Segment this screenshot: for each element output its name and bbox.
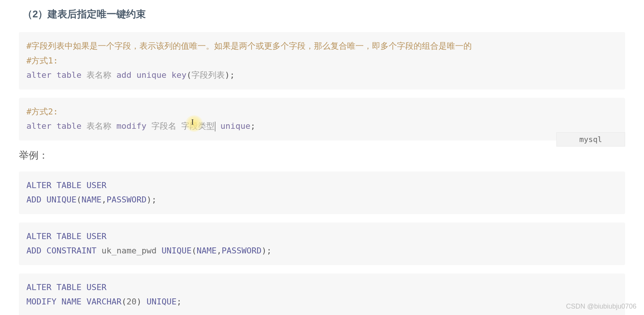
kw-modify: MODIFY <box>26 297 56 306</box>
kw-user: USER <box>86 181 107 190</box>
paren-close: ) <box>262 246 267 255</box>
col-password: PASSWORD <box>107 195 147 204</box>
example-heading: 举例： <box>19 149 625 162</box>
comment-line: #方式2: <box>26 107 58 116</box>
table-placeholder: 表名称 <box>86 70 111 80</box>
kw-user: USER <box>86 232 107 241</box>
code-block-method2: #方式2: alter table 表名称 modify 字段名 字段类型 un… <box>19 98 625 141</box>
col-password: PASSWORD <box>222 246 262 255</box>
code-block-example3: ALTER TABLE USER MODIFY NAME VARCHAR(20)… <box>19 273 625 315</box>
comma: , <box>216 246 221 255</box>
col-name: NAME <box>196 246 216 255</box>
kw-alter: alter <box>26 70 51 80</box>
kw-table: TABLE <box>56 232 81 241</box>
kw-alter: ALTER <box>26 232 51 241</box>
table-placeholder: 表名称 <box>86 121 111 131</box>
code-block-example1: ALTER TABLE USER ADD UNIQUE(NAME,PASSWOR… <box>19 171 625 214</box>
kw-table: TABLE <box>56 181 81 190</box>
paren-close: ) <box>147 195 151 204</box>
kw-alter: ALTER <box>26 181 51 190</box>
text-cursor <box>215 122 215 131</box>
col-name: NAME <box>82 195 102 204</box>
kw-table: table <box>56 70 81 80</box>
kw-alter: ALTER <box>26 283 51 292</box>
varchar-len: 20 <box>127 297 137 306</box>
kw-unique: UNIQUE <box>147 297 176 306</box>
paren-open: ( <box>122 297 127 306</box>
semicolon: ; <box>267 246 272 255</box>
kw-unique: unique <box>136 70 166 80</box>
kw-key: key <box>171 70 187 80</box>
section-heading: （2）建表后指定唯一键约束 <box>23 8 625 21</box>
comma: , <box>102 195 107 204</box>
semicolon: ; <box>230 70 235 80</box>
kw-constraint: CONSTRAINT <box>46 246 96 255</box>
semicolon: ; <box>250 121 255 131</box>
kw-add: ADD <box>26 246 42 255</box>
kw-varchar: VARCHAR <box>86 297 122 306</box>
fieldtype-placeholder: 字段类型 <box>181 121 215 131</box>
constraint-name: uk_name_pwd <box>102 246 157 255</box>
paren-open: ( <box>187 70 192 80</box>
kw-user: USER <box>86 283 107 292</box>
semicolon: ; <box>151 195 156 204</box>
kw-table: table <box>56 121 81 131</box>
paren-open: ( <box>192 246 196 255</box>
kw-add: ADD <box>26 195 42 204</box>
fieldlist-placeholder: 字段列表 <box>192 70 225 80</box>
semicolon: ; <box>176 297 181 306</box>
paren-close: ) <box>136 297 141 306</box>
kw-unique: unique <box>220 121 250 131</box>
fieldname-placeholder: 字段名 <box>151 121 176 131</box>
col-name: NAME <box>62 297 82 306</box>
kw-alter: alter <box>26 121 51 131</box>
watermark: CSDN @biubiubju0706 <box>566 303 636 310</box>
comment-line: #字段列表中如果是一个字段，表示该列的值唯一。如果是两个或更多个字段，那么复合唯… <box>26 41 472 51</box>
kw-table: TABLE <box>56 283 81 292</box>
kw-modify: modify <box>116 121 146 131</box>
comment-line: #方式1: <box>26 56 58 65</box>
paren-open: ( <box>76 195 81 204</box>
code-block-method1: #字段列表中如果是一个字段，表示该列的值唯一。如果是两个或更多个字段，那么复合唯… <box>19 32 625 90</box>
kw-add: add <box>116 70 131 80</box>
kw-unique: UNIQUE <box>46 195 76 204</box>
paren-close: ) <box>225 70 230 80</box>
code-block-example2: ALTER TABLE USER ADD CONSTRAINT uk_name_… <box>19 222 625 265</box>
language-tag: mysql <box>556 132 625 147</box>
kw-unique: UNIQUE <box>162 246 192 255</box>
